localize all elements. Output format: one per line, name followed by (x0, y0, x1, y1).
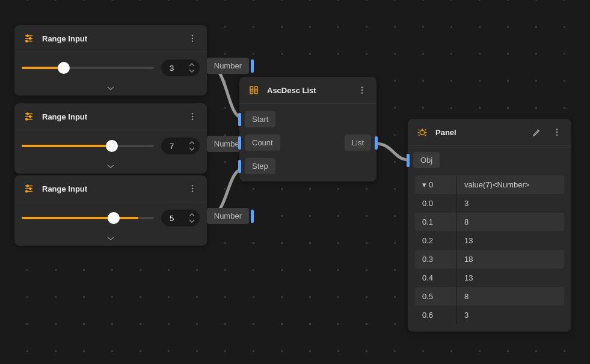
svg-point-12 (29, 116, 31, 118)
svg-point-24 (192, 185, 193, 186)
cell-value: 13 (456, 231, 564, 250)
more-icon[interactable] (185, 181, 200, 196)
table-row[interactable]: 0.318 (415, 250, 564, 268)
expand-icon[interactable] (14, 83, 207, 96)
spinner-up-icon[interactable] (188, 140, 196, 146)
svg-point-1 (26, 35, 28, 37)
cell-index: 0.6 (415, 306, 456, 324)
input-port-count[interactable]: Count (245, 135, 280, 151)
output-port-list[interactable]: List (345, 135, 371, 151)
range-input-node-2[interactable]: Range Input Number (14, 103, 207, 174)
spinner-up-icon[interactable] (188, 212, 196, 218)
node-header[interactable]: Range Input (14, 103, 207, 130)
spinner-down-icon[interactable] (188, 146, 196, 152)
node-header[interactable]: AscDesc List (239, 77, 376, 104)
table-row[interactable]: 0.413 (415, 268, 564, 287)
svg-point-35 (361, 92, 363, 93)
node-title: Range Input (42, 112, 179, 121)
cell-index: 0.0 (415, 194, 456, 213)
svg-point-5 (26, 40, 28, 42)
list-icon (247, 83, 261, 97)
cell-value: 8 (456, 213, 564, 231)
svg-point-10 (26, 113, 28, 115)
table-header-index[interactable]: ▾0 (415, 175, 456, 194)
panel-data-table: ▾0 value(7)<Number> 0.030.180.2130.3180.… (415, 175, 564, 324)
port-handle[interactable] (238, 160, 241, 173)
spinner-up-icon[interactable] (188, 62, 196, 68)
svg-point-37 (556, 129, 558, 130)
cell-index: 0.1 (415, 213, 456, 231)
more-icon[interactable] (550, 125, 564, 139)
node-title: AscDesc List (267, 86, 349, 95)
cell-index: 0.4 (415, 268, 456, 287)
sliders-icon (22, 109, 36, 124)
table-row[interactable]: 0.63 (415, 306, 564, 324)
svg-point-38 (556, 132, 558, 133)
port-handle[interactable] (251, 210, 254, 223)
table-row[interactable]: 0.58 (415, 287, 564, 306)
port-handle[interactable] (407, 154, 410, 167)
sliders-icon (22, 31, 36, 46)
spinner-down-icon[interactable] (188, 68, 196, 74)
port-handle[interactable] (375, 136, 378, 150)
svg-point-26 (192, 190, 193, 192)
svg-point-6 (192, 35, 193, 36)
input-port-obj[interactable]: Obj (413, 152, 440, 168)
port-handle[interactable] (238, 136, 241, 150)
svg-rect-27 (250, 86, 253, 94)
ascdesc-list-node[interactable]: AscDesc List Start Count List Step (239, 77, 376, 181)
svg-point-15 (192, 113, 193, 114)
table-header-value[interactable]: value(7)<Number> (456, 175, 564, 194)
cell-value: 18 (456, 250, 564, 268)
range-slider[interactable] (22, 217, 154, 219)
node-header[interactable]: Range Input (14, 175, 207, 202)
svg-point-16 (192, 116, 193, 117)
expand-icon[interactable] (14, 162, 207, 174)
cell-index: 0.3 (415, 250, 456, 268)
table-row[interactable]: 0.18 (415, 213, 564, 231)
expand-icon[interactable] (14, 234, 207, 246)
node-header[interactable]: Panel (408, 119, 571, 146)
output-port-label[interactable]: Number (207, 208, 249, 224)
edit-icon[interactable] (529, 125, 544, 139)
range-value-input[interactable] (170, 142, 184, 151)
cell-value: 3 (456, 194, 564, 213)
sliders-icon (22, 181, 36, 196)
svg-point-33 (361, 86, 363, 88)
cell-value: 13 (456, 268, 564, 287)
svg-point-19 (26, 185, 28, 187)
input-port-step[interactable]: Step (245, 158, 275, 174)
range-slider[interactable] (22, 67, 154, 69)
table-row[interactable]: 0.213 (415, 231, 564, 250)
port-handle[interactable] (251, 59, 254, 73)
svg-point-25 (192, 188, 193, 189)
range-value-input[interactable] (170, 64, 184, 73)
more-icon[interactable] (355, 83, 369, 97)
svg-point-36 (420, 130, 425, 135)
input-port-start[interactable]: Start (245, 111, 275, 127)
svg-point-34 (361, 89, 363, 91)
svg-point-17 (192, 118, 193, 120)
cell-value: 3 (456, 306, 564, 324)
cell-index: 0.5 (415, 287, 456, 306)
svg-point-23 (26, 190, 28, 192)
range-slider[interactable] (22, 145, 154, 147)
more-icon[interactable] (185, 109, 200, 124)
bug-icon (415, 125, 429, 139)
panel-node[interactable]: Panel Obj ▾0 value(7)<Number> 0.030.180.… (408, 119, 571, 332)
port-handle[interactable] (238, 113, 241, 126)
table-row[interactable]: 0.03 (415, 194, 564, 213)
node-header[interactable]: Range Input (14, 25, 207, 52)
spinner-down-icon[interactable] (188, 218, 196, 224)
range-input-node-1[interactable]: Range Input Number (14, 25, 207, 96)
svg-rect-28 (255, 86, 258, 94)
cell-index: 0.2 (415, 231, 456, 250)
svg-point-3 (29, 38, 31, 40)
range-value-input[interactable] (170, 214, 184, 223)
svg-point-7 (192, 38, 193, 39)
more-icon[interactable] (185, 31, 200, 46)
sort-icon[interactable]: ▾ (422, 180, 426, 189)
range-input-node-3[interactable]: Range Input Number (14, 175, 207, 246)
svg-point-14 (26, 118, 28, 120)
output-port-label[interactable]: Number (207, 58, 249, 74)
